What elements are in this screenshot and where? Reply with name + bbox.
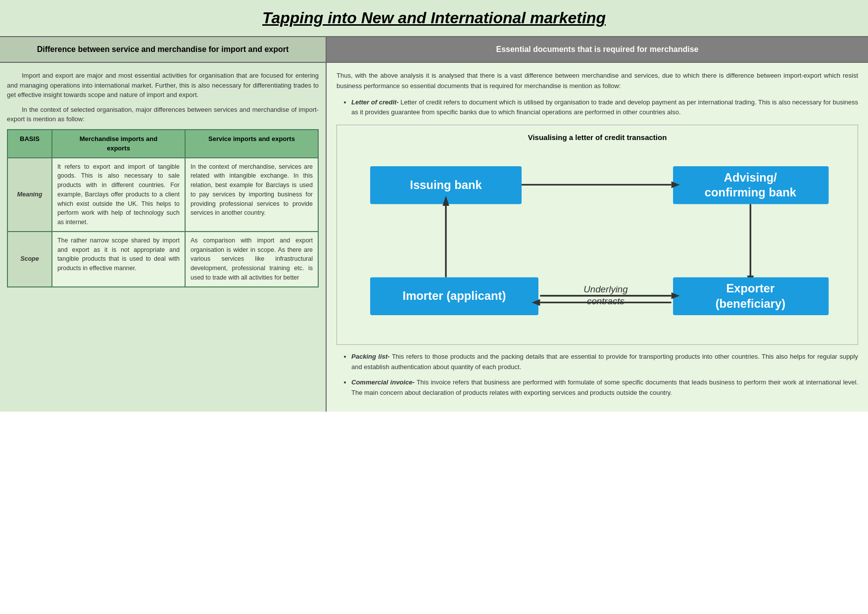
table-cell-merchandise-meaning: It refers to export and import of tangib… bbox=[52, 158, 185, 232]
table-cell-merchandise-scope: The rather narrow scope shared by import… bbox=[52, 232, 185, 287]
bullet-list-2: Packing list- This refers to those produ… bbox=[337, 352, 858, 398]
svg-text:Issuing bank: Issuing bank bbox=[410, 178, 482, 191]
svg-text:Imorter (applicant): Imorter (applicant) bbox=[403, 289, 506, 302]
diagram-svg: Issuing bank Advising/ confirming bank bbox=[345, 149, 850, 336]
page-container: Tapping into New and International marke… bbox=[0, 0, 868, 412]
table-cell-basis-meaning: Meaning bbox=[7, 158, 52, 232]
table-header-merchandise: Merchandise imports andexports bbox=[52, 130, 185, 158]
table-cell-service-scope: As comparison with import and export org… bbox=[185, 232, 318, 287]
table-header-service: Service imports and exports bbox=[185, 130, 318, 158]
svg-text:confirming bank: confirming bank bbox=[705, 186, 797, 199]
list-item-packing-list: Packing list- This refers to those produ… bbox=[351, 352, 858, 373]
table-row: Meaning It refers to export and import o… bbox=[7, 158, 318, 232]
table-cell-service-meaning: In the context of merchandise, services … bbox=[185, 158, 318, 232]
packing-list-bold: Packing list- bbox=[351, 353, 389, 360]
table-row: Scope The rather narrow scope shared by … bbox=[7, 232, 318, 287]
list-item-letter-of-credit: Letter of credit- Letter of credit refer… bbox=[351, 97, 858, 118]
table-cell-basis-scope: Scope bbox=[7, 232, 52, 287]
table-header-basis: BASIS bbox=[7, 130, 52, 158]
column-headers: Difference between service and merchandi… bbox=[0, 37, 868, 63]
main-content: Import and export are major and most ess… bbox=[0, 63, 868, 412]
left-column-header: Difference between service and merchandi… bbox=[0, 37, 327, 62]
page-title: Tapping into New and International marke… bbox=[10, 9, 858, 27]
commercial-invoice-text: This invoice refers that business are pe… bbox=[351, 378, 858, 396]
svg-text:(beneficiary): (beneficiary) bbox=[716, 297, 786, 310]
svg-text:contracts: contracts bbox=[587, 296, 625, 306]
right-column: Thus, with the above analysis it is anal… bbox=[327, 63, 868, 412]
left-column: Import and export are major and most ess… bbox=[0, 63, 327, 412]
svg-text:Exporter: Exporter bbox=[726, 282, 774, 295]
letter-of-credit-bold: Letter of credit- bbox=[351, 98, 399, 106]
letter-of-credit-text: Letter of credit refers to document whic… bbox=[351, 98, 858, 116]
bullet-list: Letter of credit- Letter of credit refer… bbox=[337, 97, 858, 118]
list-item-commercial-invoice: Commercial invoice- This invoice refers … bbox=[351, 378, 858, 398]
diagram-container: Visualising a letter of credit transacti… bbox=[337, 125, 858, 345]
commercial-invoice-bold: Commercial invoice- bbox=[351, 378, 415, 386]
title-section: Tapping into New and International marke… bbox=[0, 0, 868, 37]
svg-text:Advising/: Advising/ bbox=[724, 171, 777, 184]
diagram-title: Visualising a letter of credit transacti… bbox=[345, 133, 850, 142]
packing-list-text: This refers to those products and the pa… bbox=[351, 353, 858, 371]
comparison-table: BASIS Merchandise imports andexports Ser… bbox=[7, 129, 319, 287]
svg-text:Underlying: Underlying bbox=[583, 284, 628, 294]
left-intro-para-2: In the context of selected organisation,… bbox=[7, 105, 319, 124]
left-intro-para-1: Import and export are major and most ess… bbox=[7, 71, 319, 100]
right-intro-para: Thus, with the above analysis it is anal… bbox=[337, 71, 858, 92]
right-column-header: Essential documents that is required for… bbox=[327, 37, 868, 62]
